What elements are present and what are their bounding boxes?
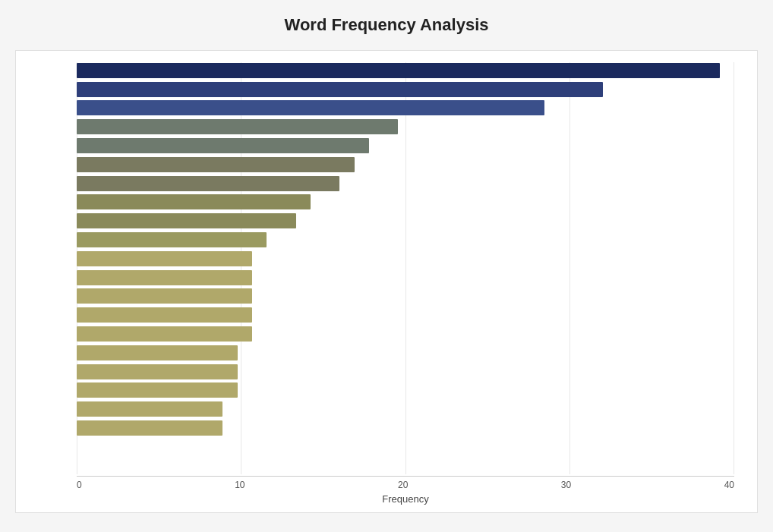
x-ticks: 0 10 20 30 40 [77, 476, 734, 490]
bar-track [77, 63, 734, 78]
x-axis-label: Frequency [77, 493, 734, 505]
bar-track [77, 157, 734, 172]
bar-row: access [77, 212, 734, 229]
bar-fill [77, 119, 398, 134]
bar-row: texas [77, 81, 734, 98]
bar-row: federal [77, 231, 734, 248]
bar-track [77, 194, 734, 209]
bar-row: patrol [77, 100, 734, 117]
bars-wrapper: bordertexaspatrolareaparkshelbyjanuarymi… [77, 62, 734, 436]
bar-row: eagle [77, 250, 734, 267]
bar-track [77, 401, 734, 417]
bar-row: pass [77, 269, 734, 286]
bar-row: park [77, 137, 734, 154]
bar-row: danley [77, 307, 734, 323]
bar-track [77, 270, 734, 285]
x-tick-0: 0 [77, 480, 82, 490]
chart-container: Word Frequency Analysis bordertexaspatro… [0, 0, 773, 532]
bar-row: gate [77, 420, 734, 436]
bar-track [77, 288, 734, 304]
bar-row: january [77, 175, 734, 192]
bar-track [77, 82, 734, 97]
bar-fill [77, 213, 296, 228]
x-tick-40: 40 [724, 480, 734, 490]
bar-row: border [77, 62, 734, 79]
bar-fill [77, 138, 369, 153]
bar-track [77, 232, 734, 247]
bar-row: write [77, 326, 734, 342]
bar-track [77, 100, 734, 115]
bar-row: area [77, 118, 734, 135]
bar-fill [77, 288, 252, 304]
bar-track [77, 364, 734, 379]
bar-track [77, 420, 734, 436]
bar-track [77, 138, 734, 153]
bar-row: national [77, 382, 734, 399]
bar-fill [77, 157, 355, 172]
x-tick-10: 10 [235, 480, 245, 490]
bar-fill [77, 194, 311, 209]
bar-fill [77, 420, 222, 436]
x-axis: 0 10 20 30 40 Frequency [77, 476, 734, 505]
bar-track [77, 251, 734, 266]
bar-fill [77, 232, 267, 247]
bar-fill [77, 270, 252, 285]
bar-row: migrants [77, 194, 734, 211]
chart-area: bordertexaspatrolareaparkshelbyjanuarymi… [15, 50, 758, 513]
bar-fill [77, 82, 603, 97]
bar-fill [77, 326, 252, 342]
x-tick-30: 30 [561, 480, 571, 490]
bar-track [77, 307, 734, 323]
bar-fill [77, 176, 339, 191]
bar-track [77, 176, 734, 191]
bar-fill [77, 345, 238, 360]
bar-track [77, 326, 734, 342]
bar-fill [77, 307, 252, 323]
bar-row: drown [77, 364, 734, 380]
bar-row: shelby [77, 156, 734, 173]
chart-title: Word Frequency Analysis [15, 15, 758, 35]
bar-row: agents [77, 288, 734, 305]
bar-track [77, 345, 734, 360]
bar-fill [77, 401, 222, 417]
bar-track [77, 213, 734, 228]
bar-row: wire [77, 345, 734, 361]
bar-fill [77, 364, 238, 379]
bar-track [77, 382, 734, 398]
bar-fill [77, 100, 544, 115]
bar-row: rio [77, 401, 734, 417]
bar-track [77, 119, 734, 134]
x-tick-20: 20 [398, 480, 408, 490]
bar-fill [77, 382, 238, 398]
bar-fill [77, 251, 252, 266]
bar-fill [77, 63, 720, 78]
